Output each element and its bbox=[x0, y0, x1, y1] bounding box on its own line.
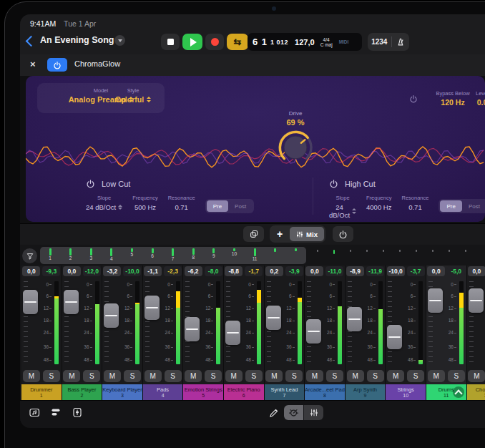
mute-button[interactable]: M bbox=[63, 370, 80, 382]
solo-button[interactable]: S bbox=[83, 370, 100, 382]
peak-value[interactable]: -11,9 bbox=[366, 266, 384, 276]
mute-button[interactable]: M bbox=[306, 370, 323, 382]
mixer-view-button[interactable] bbox=[72, 406, 83, 418]
song-title[interactable]: An Evening Song bbox=[40, 35, 114, 45]
peak-value[interactable]: -11,0 bbox=[325, 266, 343, 276]
power-icon[interactable] bbox=[329, 179, 338, 188]
track-label[interactable]: Arcade...eet Pad 8 bbox=[305, 384, 345, 400]
cycle-button[interactable]: ⇆ bbox=[227, 34, 248, 50]
track-label[interactable]: Electric Piano 6 bbox=[224, 384, 264, 400]
volume-value[interactable]: -10,0 bbox=[387, 266, 405, 276]
channel-strip[interactable]: 0,0 -5,0 061218243648 M S Drums 11 bbox=[426, 266, 467, 400]
fader-knob[interactable] bbox=[144, 296, 160, 320]
add-track-button[interactable]: + bbox=[270, 228, 290, 240]
channel-strip[interactable]: -1,1 -2,3 061218243648 M S Pads 4 bbox=[143, 266, 184, 400]
edit-button[interactable] bbox=[268, 408, 279, 419]
metronome-icon[interactable] bbox=[396, 36, 406, 47]
post-segment[interactable]: Post bbox=[228, 200, 253, 212]
duplicate-button[interactable] bbox=[243, 226, 264, 242]
track-label[interactable]: Keyboard Player 3 bbox=[102, 384, 142, 400]
solo-button[interactable]: S bbox=[245, 370, 263, 382]
tracks-view-button[interactable] bbox=[50, 406, 62, 418]
volume-value[interactable]: 0,0 bbox=[63, 266, 81, 276]
channel-strip[interactable]: 0,2 -3,9 061218243648 M S Synth Lead 7 bbox=[265, 266, 305, 400]
pre-segment[interactable]: Pre bbox=[440, 200, 461, 212]
track-label[interactable]: Pads 4 bbox=[143, 384, 183, 400]
mix-view-toggle[interactable]: Mix bbox=[290, 227, 324, 241]
record-button[interactable] bbox=[205, 34, 224, 50]
track-label[interactable]: Emotion Strings 5 bbox=[183, 384, 223, 400]
fader-knob[interactable] bbox=[23, 290, 38, 314]
solo-button[interactable]: S bbox=[407, 370, 424, 382]
resonance-control[interactable]: Resonance 0.71 bbox=[168, 195, 195, 211]
browser-button[interactable] bbox=[29, 406, 41, 418]
plugin-controls-button[interactable] bbox=[284, 405, 303, 420]
channel-strip[interactable]: -6,2 -8,0 061218243648 M S Emotion Strin… bbox=[183, 266, 224, 400]
power-icon[interactable] bbox=[86, 179, 95, 188]
peak-value[interactable]: -2,3 bbox=[164, 266, 182, 276]
volume-value[interactable]: 0,0 bbox=[468, 266, 485, 276]
solo-button[interactable]: S bbox=[165, 370, 182, 382]
channel-strip[interactable]: 0,0 -12,0 061218243648 M S Bass Player 2 bbox=[62, 266, 103, 400]
peak-value[interactable]: -3,7 bbox=[407, 266, 425, 276]
pre-post-toggle[interactable]: Pre Post bbox=[439, 199, 485, 213]
volume-value[interactable]: -1,1 bbox=[144, 266, 162, 276]
style-selector[interactable]: Style Colorful bbox=[94, 83, 172, 113]
fader-knob[interactable] bbox=[469, 288, 484, 313]
peak-value[interactable]: -8,0 bbox=[205, 266, 222, 276]
peak-value[interactable]: -9,3 bbox=[42, 266, 60, 276]
bypass-power-icon[interactable] bbox=[409, 94, 418, 103]
fader-knob[interactable] bbox=[306, 319, 321, 344]
mute-button[interactable]: M bbox=[468, 370, 485, 382]
channel-strip[interactable]: 0,0 061218243648 M S Chorus V 12 bbox=[467, 266, 485, 400]
mute-button[interactable]: M bbox=[347, 370, 364, 382]
channel-strip[interactable]: -8,8 -1,7 061218243648 M S Electric Pian… bbox=[224, 266, 265, 400]
resonance-control[interactable]: Resonance 0.71 bbox=[401, 195, 428, 211]
fader-knob[interactable] bbox=[64, 290, 79, 314]
stop-button[interactable] bbox=[161, 34, 180, 50]
mute-button[interactable]: M bbox=[185, 370, 202, 382]
track-label[interactable]: Drummer 1 bbox=[21, 384, 62, 400]
solo-button[interactable]: S bbox=[43, 370, 60, 382]
volume-value[interactable]: 0,0 bbox=[427, 266, 445, 276]
track-label[interactable]: Synth Lead 7 bbox=[265, 384, 305, 400]
track-label[interactable]: Drums 11 bbox=[426, 384, 466, 400]
plugin-power-toggle[interactable] bbox=[47, 58, 67, 72]
fader-knob[interactable] bbox=[428, 288, 443, 313]
pre-segment[interactable]: Pre bbox=[207, 200, 228, 212]
song-menu-button[interactable] bbox=[114, 35, 125, 46]
channel-strip[interactable]: -8,9 -11,9 061218243648 M S Arp Synth 9 bbox=[346, 266, 386, 400]
volume-value[interactable]: -6,2 bbox=[185, 266, 202, 276]
track-label[interactable]: Arp Synth 9 bbox=[346, 384, 386, 400]
mute-button[interactable]: M bbox=[265, 370, 283, 382]
track-label[interactable]: Strings 10 bbox=[386, 384, 426, 400]
solo-button[interactable]: S bbox=[124, 370, 141, 382]
mute-button[interactable]: M bbox=[104, 370, 121, 382]
mute-button[interactable]: M bbox=[387, 370, 404, 382]
fader-knob[interactable] bbox=[225, 321, 240, 345]
peak-value[interactable]: -10,0 bbox=[123, 266, 141, 276]
channel-strip-button[interactable] bbox=[304, 405, 323, 420]
fader-knob[interactable] bbox=[266, 306, 281, 330]
frequency-control[interactable]: Frequency 4000 Hz bbox=[366, 195, 391, 211]
solo-button[interactable]: S bbox=[367, 370, 384, 382]
peak-value[interactable]: -3,9 bbox=[285, 266, 303, 276]
post-segment[interactable]: Post bbox=[462, 200, 485, 212]
filter-button[interactable] bbox=[22, 248, 37, 263]
mute-button[interactable]: M bbox=[144, 370, 162, 382]
solo-button[interactable]: S bbox=[326, 370, 343, 382]
slope-control[interactable]: Slope 24 dB/Oct bbox=[329, 195, 356, 219]
solo-button[interactable]: S bbox=[448, 370, 465, 382]
mute-button[interactable]: M bbox=[225, 370, 242, 382]
slope-control[interactable]: Slope 24 dB/Oct bbox=[86, 195, 122, 211]
track-label[interactable]: Bass Player 2 bbox=[62, 384, 102, 400]
channel-strip[interactable]: -10,0 -3,7 061218243648 M S Strings 10 bbox=[386, 266, 426, 400]
pre-post-toggle[interactable]: Pre Post bbox=[205, 199, 254, 213]
chevron-up-icon[interactable] bbox=[453, 386, 464, 398]
volume-value[interactable]: -8,9 bbox=[346, 266, 364, 276]
level-control[interactable]: Level 0.0 bbox=[466, 90, 485, 107]
fader-knob[interactable] bbox=[387, 325, 402, 349]
fader-knob[interactable] bbox=[104, 303, 119, 328]
track-label[interactable]: Chorus V 12 bbox=[467, 384, 485, 400]
mute-button[interactable]: M bbox=[428, 370, 445, 382]
